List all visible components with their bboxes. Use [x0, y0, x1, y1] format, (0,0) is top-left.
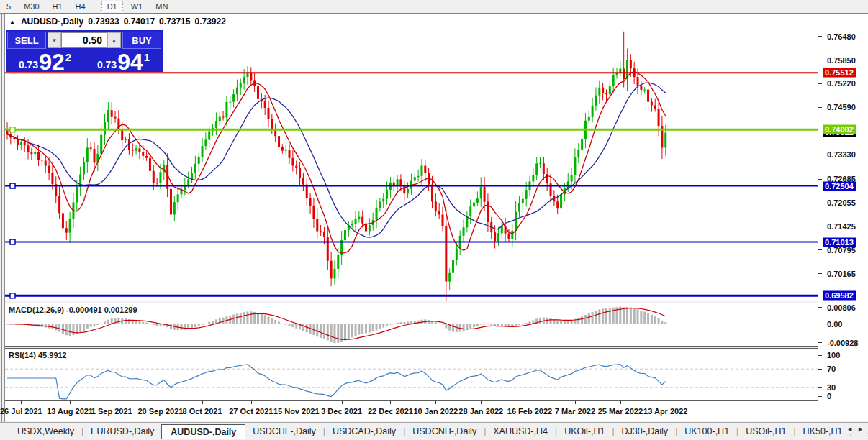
- candle: [539, 163, 541, 164]
- date-tick-mark: [620, 401, 621, 404]
- candle: [511, 231, 513, 239]
- volume-decrease-button[interactable]: ▼: [48, 32, 61, 48]
- candle: [497, 233, 499, 241]
- tab-usdchf-daily[interactable]: USDCHF-,Daily: [245, 424, 323, 439]
- tab-scroll-left-icon[interactable]: ◄: [846, 426, 853, 433]
- price-axis-label: 0.74590: [825, 103, 858, 112]
- candle: [393, 183, 395, 185]
- candle: [187, 179, 189, 185]
- macd-histogram-bar: [550, 318, 552, 324]
- bid-price-button[interactable]: 0.73 92 2: [7, 50, 83, 72]
- macd-histogram-bar: [469, 324, 471, 329]
- tab-uk100-h1[interactable]: UK100-,H1: [677, 424, 736, 439]
- macd-panel[interactable]: MACD(12,26,9) -0.000491 0.001299: [5, 303, 818, 346]
- date-axis-label: 13 Apr 2022: [643, 407, 687, 416]
- axis-tick-mark: [818, 226, 822, 226]
- macd-histogram-bar: [291, 324, 294, 328]
- candle: [431, 185, 433, 202]
- candle: [386, 190, 388, 199]
- macd-histogram-bar: [222, 318, 225, 324]
- tab-usdcad-daily[interactable]: USDCAD-,Daily: [325, 424, 403, 439]
- one-click-trade-panel: SELL ▼ 0.50 ▲ BUY 0.73 92 2 0.73 94 1: [6, 30, 163, 72]
- macd-histogram-bar: [633, 308, 636, 324]
- buy-button[interactable]: BUY: [122, 32, 161, 49]
- candle: [316, 219, 318, 231]
- volume-input[interactable]: 0.50: [61, 32, 107, 48]
- macd-histogram-bar: [609, 308, 611, 324]
- price-axis-label: 0.75220: [825, 79, 858, 88]
- macd-histogram-bar: [295, 324, 297, 329]
- macd-histogram-bar: [647, 313, 649, 324]
- macd-histogram-bar: [246, 311, 248, 324]
- macd-histogram-bar: [333, 324, 335, 344]
- date-axis-label: 15 Nov 2021: [273, 407, 320, 416]
- chart-symbol-label: AUDUSD-,Daily: [21, 17, 83, 27]
- tab-ukoil-h1[interactable]: UKOil-,H1: [557, 424, 612, 439]
- candle: [177, 194, 179, 202]
- candle: [142, 152, 144, 156]
- date-tick-mark: [161, 401, 161, 404]
- ma-fast-line: [7, 72, 666, 254]
- timeframe-button-h1[interactable]: H1: [48, 1, 68, 12]
- timeframe-button-5[interactable]: 5: [1, 1, 16, 12]
- candle: [376, 208, 378, 220]
- collapse-icon[interactable]: ▲: [9, 19, 15, 25]
- macd-histogram-bar: [658, 318, 660, 324]
- candle: [448, 273, 451, 282]
- macd-histogram-bar: [191, 324, 193, 329]
- tab-audusd-daily[interactable]: AUDUSD-,Daily: [161, 424, 245, 439]
- rsi-panel[interactable]: RSI(14) 45.9912: [5, 349, 818, 400]
- tab-dj30-daily[interactable]: DJ30-,Daily: [615, 424, 676, 439]
- candle: [399, 179, 402, 186]
- macd-histogram-bar: [623, 307, 625, 324]
- macd-histogram-bar: [320, 324, 322, 338]
- macd-axis-label: 0.00806: [825, 303, 858, 312]
- candle: [609, 86, 611, 94]
- timeframe-button-h4[interactable]: H4: [71, 1, 91, 12]
- candle: [494, 232, 496, 241]
- tab-usdcnh-daily[interactable]: USDCNH-,Daily: [405, 424, 484, 439]
- macd-histogram-bar: [281, 324, 284, 324]
- rsi-axis-label: 100: [825, 351, 842, 360]
- timeframe-button-m30[interactable]: M30: [19, 1, 44, 12]
- tab-xauusd-h4[interactable]: XAUUSD-,H4: [486, 424, 555, 439]
- macd-histogram-bar: [397, 323, 399, 324]
- price-axis-label: 0.75850: [825, 55, 858, 65]
- candle: [295, 166, 297, 168]
- tab-usdx-weekly[interactable]: USDX,Weekly: [10, 424, 81, 439]
- sell-button[interactable]: SELL: [7, 32, 46, 49]
- macd-histogram-bar: [72, 324, 74, 336]
- tab-eurusd-daily[interactable]: EURUSD-,Daily: [83, 424, 161, 439]
- ask-price-button[interactable]: 0.73 94 1: [86, 50, 161, 72]
- candle: [181, 190, 183, 194]
- candle: [355, 219, 357, 224]
- tab-scroll-right-icon[interactable]: ►: [857, 426, 864, 433]
- candle: [424, 166, 426, 173]
- macd-histogram-bar: [361, 324, 363, 334]
- macd-histogram-bar: [399, 322, 402, 324]
- macd-histogram-bar: [630, 307, 632, 324]
- candle: [76, 187, 78, 203]
- candle: [556, 201, 559, 208]
- candle: [574, 157, 576, 175]
- axis-tick-mark: [818, 60, 822, 60]
- panel-splitter[interactable]: [5, 301, 868, 301]
- volume-increase-button[interactable]: ▲: [107, 32, 121, 48]
- candle: [20, 142, 22, 145]
- panel-splitter[interactable]: [5, 346, 868, 347]
- macd-histogram-bar: [403, 322, 405, 324]
- candle: [456, 249, 458, 260]
- timeframe-button-mn[interactable]: MN: [150, 1, 173, 12]
- macd-histogram-bar: [243, 312, 245, 324]
- candle: [173, 202, 176, 214]
- timeframe-button-w1[interactable]: W1: [126, 1, 148, 12]
- date-tick-mark: [390, 401, 391, 404]
- timeframe-button-d1[interactable]: D1: [101, 1, 123, 12]
- date-tick-mark: [575, 401, 576, 404]
- candle: [257, 86, 259, 99]
- candle: [215, 121, 217, 128]
- tab-usoil-h1[interactable]: USOil-,H1: [738, 424, 793, 439]
- macd-histogram-bar: [379, 324, 381, 329]
- tab-hk50-h1[interactable]: HK50-,H1: [796, 424, 850, 439]
- price-axis-label: 0.69582: [823, 291, 856, 301]
